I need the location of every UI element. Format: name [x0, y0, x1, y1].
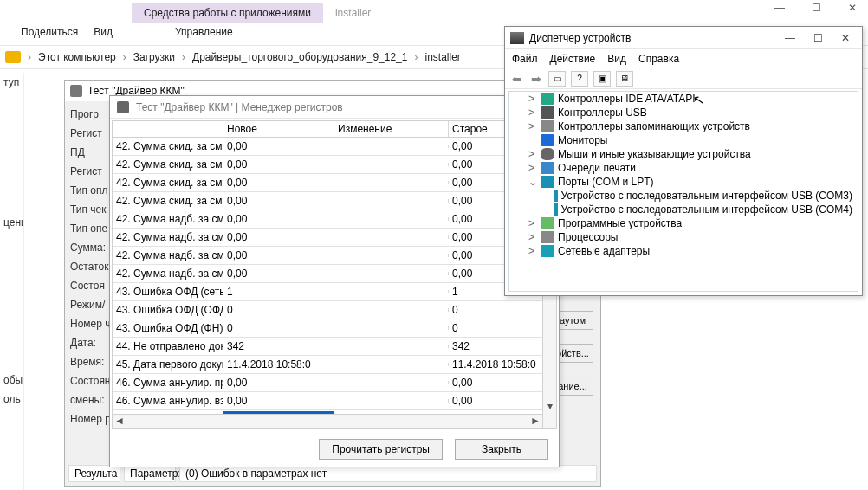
- help-icon[interactable]: ?: [571, 71, 588, 87]
- close-icon[interactable]: ✕: [840, 2, 865, 14]
- minimize-icon[interactable]: —: [768, 2, 792, 14]
- scroll-right-icon[interactable]: ►: [528, 415, 542, 429]
- nav-item-1[interactable]: цени: [0, 213, 23, 232]
- tree-toggle-icon[interactable]: ⌄: [528, 176, 537, 188]
- cell: 0,00: [449, 375, 556, 390]
- tree-toggle-icon[interactable]: >: [528, 231, 537, 243]
- scroll-down-icon[interactable]: ▾: [543, 400, 557, 414]
- read-registers-button[interactable]: Прочитать регистры: [319, 439, 443, 460]
- table-row[interactable]: 43. Ошибка ОФД (ФН)00: [113, 319, 556, 338]
- cell: 0: [223, 320, 334, 336]
- cell: 0,00: [223, 248, 334, 263]
- device-node[interactable]: ⌄Порты (COM и LPT): [509, 175, 858, 189]
- menu-view[interactable]: Вид: [607, 53, 626, 65]
- menu-help[interactable]: Справка: [638, 53, 679, 65]
- tree-toggle-icon[interactable]: >: [528, 93, 537, 105]
- maximize-icon[interactable]: ☐: [806, 32, 829, 44]
- crumb-2[interactable]: Драйверы_торгового_оборудования_9_12_1: [192, 51, 407, 63]
- cell: [334, 163, 449, 166]
- table-row[interactable]: 46. Сумма аннулир. вз.0,000,00: [113, 392, 556, 410]
- device-node[interactable]: >Контроллеры USB: [509, 106, 858, 119]
- tree-toggle-icon[interactable]: >: [528, 148, 537, 160]
- cell: 46. Сумма аннулир. вз.: [113, 393, 223, 409]
- crumb-0[interactable]: Этот компьютер: [38, 51, 116, 63]
- device-node[interactable]: Устройство с последовательным интерфейсо…: [509, 203, 858, 216]
- nav-item-3[interactable]: оль: [0, 390, 23, 409]
- table-row[interactable]: 45. Дата первого докуме11.4.2018 10:58:0…: [113, 356, 556, 374]
- forward-icon[interactable]: ➡: [529, 72, 543, 86]
- device-icon: [541, 93, 554, 105]
- table-row[interactable]: 43. Ошибка ОФД (сеть)11: [113, 283, 556, 301]
- menu-file[interactable]: Файл: [512, 53, 538, 65]
- devmgr-title: Диспетчер устройств: [529, 32, 631, 44]
- device-node[interactable]: >Контроллеры IDE ATA/ATAPI: [509, 92, 858, 106]
- cell: 342: [449, 338, 556, 354]
- cell: [334, 145, 449, 148]
- tree-toggle-icon[interactable]: >: [528, 120, 537, 132]
- col-new[interactable]: Новое: [223, 121, 334, 137]
- toolbar-btn-3[interactable]: ▣: [593, 71, 611, 87]
- close-button[interactable]: Закрыть: [455, 439, 548, 460]
- table-row[interactable]: 46. Сумма аннулир. пр.0,000,00: [113, 374, 556, 392]
- device-node[interactable]: >Мыши и иные указывающие устройства: [509, 147, 858, 161]
- device-node[interactable]: >Очереди печати: [509, 161, 858, 175]
- crumb-1[interactable]: Загрузки: [133, 51, 175, 63]
- tree-toggle-icon[interactable]: >: [528, 162, 537, 174]
- ribbon-tab-app-tools[interactable]: Средства работы с приложениями: [132, 3, 323, 23]
- scan-hardware-icon[interactable]: 🖥: [616, 71, 633, 87]
- horizontal-scrollbar[interactable]: ◄ ►: [113, 414, 556, 428]
- tab-share[interactable]: Поделиться: [21, 26, 78, 38]
- col-name[interactable]: [113, 121, 223, 137]
- toolbar-btn-1[interactable]: ▭: [548, 71, 566, 87]
- cell: 42. Сумма надб. за смен: [113, 211, 223, 227]
- device-node[interactable]: >Программные устройства: [509, 216, 858, 230]
- device-node[interactable]: >Процессоры: [509, 230, 858, 244]
- cell: 42. Сумма скид. за смен: [113, 139, 223, 154]
- nav-item-2[interactable]: обы: [0, 371, 23, 390]
- table-row[interactable]: 42. Сумма скид. за смен0,000,00: [113, 156, 556, 174]
- register-titlebar[interactable]: Тест "Драйвер ККМ" | Менеджер регистров …: [110, 96, 559, 119]
- cell: 42. Сумма скид. за смен: [113, 175, 223, 190]
- device-icon: [541, 106, 554, 119]
- tab-view[interactable]: Вид: [94, 26, 113, 38]
- device-label: Программные устройства: [558, 217, 682, 229]
- device-node[interactable]: >Сетевые адаптеры: [509, 244, 858, 258]
- minimize-icon[interactable]: —: [779, 32, 801, 44]
- device-node[interactable]: Устройство с последовательным интерфейсо…: [509, 189, 858, 203]
- cell: 44. Не отправлено докум: [113, 338, 223, 354]
- close-icon[interactable]: ✕: [834, 32, 857, 44]
- scroll-left-icon[interactable]: ◄: [113, 415, 126, 429]
- maximize-icon[interactable]: ☐: [804, 2, 828, 14]
- device-tree[interactable]: >Контроллеры IDE ATA/ATAPI>Контроллеры U…: [508, 91, 858, 292]
- device-icon: [541, 148, 554, 160]
- crumb-3[interactable]: installer: [424, 51, 460, 63]
- table-row[interactable]: 42. Сумма скид. за смен0,000,00: [113, 138, 556, 156]
- nav-item-0[interactable]: туп: [0, 73, 23, 92]
- device-node[interactable]: >Контроллеры запоминающих устройств: [509, 119, 858, 133]
- table-row[interactable]: 44. Не отправлено докум342342: [113, 338, 556, 356]
- device-label: Мониторы: [558, 134, 607, 146]
- tree-toggle-icon[interactable]: >: [528, 217, 537, 229]
- tab-manage[interactable]: Управление: [175, 26, 233, 38]
- table-row[interactable]: 42. Сумма скид. за смен0,000,00: [113, 174, 556, 192]
- col-change[interactable]: Изменение: [334, 121, 449, 137]
- device-label: Контроллеры IDE ATA/ATAPI: [558, 93, 696, 105]
- table-row[interactable]: 42. Сумма скид. за смен0,000,00: [113, 192, 556, 210]
- device-node[interactable]: Мониторы: [509, 133, 858, 147]
- explorer-window-controls: — ☐ ✕: [768, 2, 865, 14]
- table-row[interactable]: 43. Ошибка ОФД (ОФД00: [113, 301, 556, 319]
- tree-toggle-icon[interactable]: >: [528, 106, 537, 119]
- table-row[interactable]: 42. Сумма надб. за смен0,000,00: [113, 229, 556, 247]
- tree-toggle-icon[interactable]: >: [528, 245, 537, 257]
- cell: [334, 272, 449, 275]
- cell: 0,00: [223, 157, 334, 172]
- devmgr-toolbar: ⬅ ➡ ▭ ? ▣ 🖥: [505, 68, 862, 89]
- table-row[interactable]: 42. Сумма надб. за смен0,000,00: [113, 247, 556, 265]
- menu-action[interactable]: Действие: [550, 53, 596, 65]
- devmgr-titlebar[interactable]: Диспетчер устройств — ☐ ✕: [505, 27, 862, 49]
- register-table: Новое Изменение Старое 42. Сумма скид. з…: [112, 120, 557, 429]
- devmgr-menubar: Файл Действие Вид Справка: [505, 49, 862, 68]
- table-row[interactable]: 42. Сумма надб. за смен0,000,00: [113, 210, 556, 229]
- back-icon[interactable]: ⬅: [510, 72, 524, 86]
- table-row[interactable]: 42. Сумма надб. за смен0,000,00: [113, 265, 556, 283]
